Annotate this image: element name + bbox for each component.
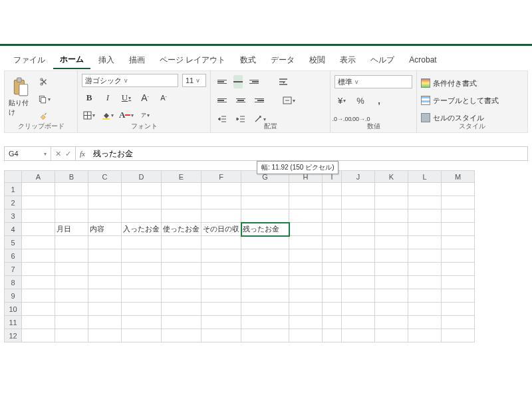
cell[interactable] [289,183,323,196]
cell[interactable]: 入ったお金 [122,223,162,236]
cell[interactable] [289,196,323,209]
cell[interactable] [88,196,122,209]
cell[interactable] [342,303,375,316]
cell[interactable] [408,183,442,196]
tab-file[interactable]: ファイル [7,52,52,68]
align-right-button[interactable] [252,94,267,107]
cell[interactable] [55,183,88,196]
cell[interactable] [375,236,408,249]
comma-button[interactable]: , [372,94,386,107]
tab-home[interactable]: ホーム [53,51,90,69]
cell[interactable] [22,263,55,276]
cell[interactable] [55,236,88,249]
cell[interactable] [442,263,475,276]
cell[interactable] [22,196,55,209]
column-header[interactable]: J [342,171,375,183]
cell[interactable] [162,303,201,316]
cell[interactable] [289,329,323,342]
column-header[interactable]: F [201,171,241,183]
cell[interactable] [375,196,408,209]
cell[interactable] [408,329,442,342]
cell[interactable] [55,263,88,276]
name-box[interactable]: G4▾ [5,147,51,160]
cell[interactable] [241,263,289,276]
cell[interactable] [122,209,162,223]
accounting-format-button[interactable]: ¥▾ [334,94,349,107]
phonetic-button[interactable]: ア▾ [138,108,152,122]
merge-button[interactable]: ▾ [281,94,296,107]
cell[interactable] [375,316,408,329]
cell[interactable] [442,316,475,329]
cell[interactable] [122,316,162,329]
cell[interactable] [241,289,289,303]
format-as-table-button[interactable]: テーブルとして書式 [421,94,499,107]
cell[interactable] [22,249,55,263]
cell[interactable] [162,183,201,196]
tab-draw[interactable]: 描画 [122,52,152,68]
cell[interactable] [55,209,88,223]
cell[interactable] [323,223,342,236]
cell[interactable] [22,316,55,329]
cell[interactable] [241,236,289,249]
cell[interactable] [408,303,442,316]
paste-button[interactable]: 貼り付け [9,74,33,120]
cell[interactable]: 月日 [55,223,88,236]
cell[interactable] [342,209,375,223]
grow-font-button[interactable]: Aˆ [138,91,152,104]
cell[interactable] [408,209,442,223]
row-header[interactable]: 1 [5,183,22,196]
row-header[interactable]: 7 [5,263,22,276]
tab-formulas[interactable]: 数式 [233,52,263,68]
cell[interactable] [342,316,375,329]
cell[interactable] [442,303,475,316]
cell[interactable] [289,223,323,236]
cell[interactable] [241,316,289,329]
cell[interactable] [375,249,408,263]
cell[interactable] [55,196,88,209]
cell[interactable]: 使ったお金 [162,223,201,236]
cell[interactable] [375,209,408,223]
row-header[interactable]: 8 [5,276,22,289]
column-header[interactable]: L [408,171,442,183]
font-family-select[interactable]: 游ゴシックv [82,74,178,87]
format-painter-button[interactable] [37,110,51,123]
cell[interactable] [342,223,375,236]
cell[interactable] [442,249,475,263]
cell[interactable] [408,289,442,303]
row-header[interactable]: 2 [5,196,22,209]
cell[interactable] [375,329,408,342]
cell[interactable] [408,249,442,263]
cell[interactable] [408,236,442,249]
row-header[interactable]: 11 [5,316,22,329]
cell[interactable] [375,303,408,316]
cell[interactable] [22,289,55,303]
cell[interactable] [162,316,201,329]
cell[interactable] [22,183,55,196]
column-header[interactable]: D [122,171,162,183]
cell[interactable] [241,276,289,289]
cell[interactable] [88,276,122,289]
borders-button[interactable]: ▾ [82,108,96,122]
cell[interactable]: その日の収 [201,223,241,236]
bold-button[interactable]: B [82,91,96,104]
formula-input[interactable] [89,149,527,158]
cell[interactable] [323,183,342,196]
cell[interactable] [375,289,408,303]
cell[interactable] [289,316,323,329]
fill-color-button[interactable]: ▾ [100,108,115,122]
copy-button[interactable]: ▾ [37,92,51,106]
cell[interactable] [375,263,408,276]
cell[interactable] [22,276,55,289]
tab-view[interactable]: 表示 [333,52,362,68]
cell[interactable] [201,303,241,316]
cell[interactable] [162,276,201,289]
cell[interactable] [442,209,475,223]
cell[interactable] [289,289,323,303]
tab-help[interactable]: ヘルプ [364,52,401,68]
cell[interactable] [408,263,442,276]
tab-data[interactable]: データ [264,52,301,68]
cell[interactable] [88,289,122,303]
font-size-select[interactable]: 11v [182,74,206,87]
cell[interactable] [88,329,122,342]
shrink-font-button[interactable]: Aˇ [156,91,171,104]
